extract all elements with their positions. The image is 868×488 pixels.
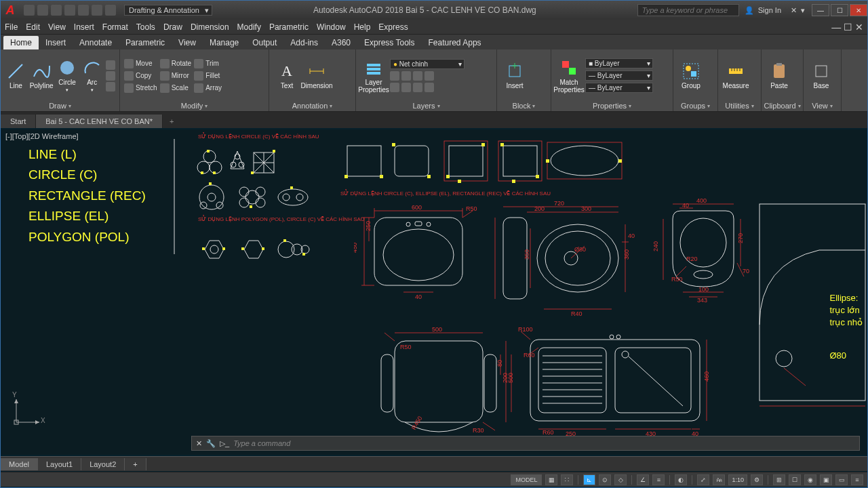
menu-format[interactable]: Format — [102, 22, 128, 32]
hatch-icon[interactable] — [106, 82, 115, 92]
status-scale[interactable]: 1:10 — [728, 474, 747, 485]
status-osnap-icon[interactable]: ◇ — [614, 474, 627, 485]
panel-title-utilities[interactable]: Utilities — [722, 100, 757, 111]
status-lwt-icon[interactable]: ≡ — [652, 474, 665, 485]
layfrz-icon[interactable] — [413, 71, 422, 81]
tab-annotate[interactable]: Annotate — [73, 36, 119, 49]
linetype-dropdown[interactable]: — ByLayer — [585, 83, 653, 93]
drawing-area[interactable]: [-][Top][2D Wireframe] LINE (L) CIRCLE (… — [1, 129, 867, 455]
minimize-button[interactable]: — — [812, 4, 829, 16]
menu-help[interactable]: Help — [354, 22, 371, 32]
tool-polyline[interactable]: Polyline — [30, 62, 54, 89]
app-logo[interactable]: A — [1, 1, 20, 20]
filetab-start[interactable]: Start — [1, 115, 36, 128]
menu-tools[interactable]: Tools — [136, 22, 155, 32]
status-iso-icon[interactable]: ▣ — [820, 474, 832, 485]
panel-title-view[interactable]: View — [808, 100, 837, 111]
qat-redo-icon[interactable] — [105, 5, 116, 16]
panel-title-layers[interactable]: Layers — [360, 100, 492, 111]
menu-file[interactable]: File — [5, 22, 18, 32]
status-polar-icon[interactable]: ⊙ — [599, 474, 611, 485]
panel-title-clipboard[interactable]: Clipboard — [766, 100, 799, 111]
layout-model[interactable]: Model — [1, 458, 38, 470]
maximize-button[interactable]: ☐ — [831, 4, 848, 16]
status-ortho-icon[interactable]: ⊾ — [583, 474, 595, 485]
status-max-icon[interactable]: ☐ — [789, 474, 801, 485]
status-hw-icon[interactable]: ◉ — [804, 474, 816, 485]
tool-insert-block[interactable]: Insert — [501, 62, 528, 89]
menu-express[interactable]: Express — [378, 22, 408, 32]
menu-draw[interactable]: Draw — [163, 22, 182, 32]
panel-title-modify[interactable]: Modify — [124, 100, 264, 111]
laymch-icon[interactable] — [390, 83, 399, 92]
cmdline-config-icon[interactable]: 🔧 — [206, 439, 216, 448]
status-annovis-icon[interactable]: 🗛 — [713, 474, 725, 485]
layout-add[interactable]: + — [125, 458, 146, 470]
rect-icon[interactable] — [106, 60, 115, 70]
qat-plot-icon[interactable] — [78, 5, 89, 16]
menu-dimension[interactable]: Dimension — [191, 22, 229, 32]
status-transparency-icon[interactable]: ◐ — [675, 474, 687, 485]
layer-dropdown[interactable]: ● Net chinh — [390, 59, 465, 69]
status-clean-icon[interactable]: ▭ — [835, 474, 848, 485]
tab-output[interactable]: Output — [245, 36, 283, 49]
panel-title-annotation[interactable]: Annotation — [273, 100, 351, 111]
menu-parametric[interactable]: Parametric — [269, 22, 309, 32]
array-icon[interactable] — [194, 83, 203, 93]
qat-open-icon[interactable] — [37, 5, 48, 16]
tab-view[interactable]: View — [172, 36, 203, 49]
tool-match-properties[interactable]: Match Properties — [555, 58, 583, 94]
tab-parametric[interactable]: Parametric — [119, 36, 172, 49]
layoff-icon[interactable] — [390, 71, 399, 81]
tab-addins[interactable]: Add-ins — [283, 36, 325, 49]
rotate-icon[interactable] — [160, 59, 170, 68]
tool-arc[interactable]: Arc▾ — [81, 58, 103, 93]
tool-line[interactable]: Line — [5, 62, 27, 89]
filetab-new[interactable]: + — [163, 115, 180, 128]
tab-express[interactable]: Express Tools — [357, 36, 421, 49]
status-otrack-icon[interactable]: ∠ — [637, 474, 649, 485]
scale-icon[interactable] — [160, 83, 170, 93]
layout-1[interactable]: Layout1 — [38, 458, 81, 470]
qat-save-icon[interactable] — [51, 5, 62, 16]
status-grid-icon[interactable]: ▦ — [545, 474, 557, 485]
quick-access-toolbar[interactable] — [20, 5, 120, 16]
command-line[interactable]: ✕ 🔧 ▷_ Type a command — [191, 436, 860, 451]
layiso-icon[interactable] — [401, 71, 411, 81]
tab-insert[interactable]: Insert — [39, 36, 73, 49]
tool-measure[interactable]: Measure — [722, 62, 749, 89]
status-custom-icon[interactable]: ≡ — [851, 474, 863, 485]
tool-group[interactable]: Group — [677, 62, 705, 89]
cmdline-close-icon[interactable]: ✕ — [196, 439, 202, 448]
laylck-icon[interactable] — [425, 71, 434, 81]
qat-new-icon[interactable] — [24, 5, 35, 16]
mirror-icon[interactable] — [160, 71, 170, 81]
view-label[interactable]: [-][Top][2D Wireframe] — [5, 132, 79, 140]
tab-featured[interactable]: Featured Apps — [422, 36, 488, 49]
panel-title-draw[interactable]: Draw — [5, 100, 115, 111]
status-ws-icon[interactable]: ⊞ — [773, 474, 785, 485]
trim-icon[interactable] — [194, 59, 203, 68]
tool-paste[interactable]: Paste — [766, 62, 793, 89]
cmdline-input[interactable]: Type a command — [233, 439, 290, 447]
help-icon[interactable]: ▾ — [801, 6, 805, 15]
qat-saveas-icon[interactable] — [64, 5, 75, 16]
panel-title-groups[interactable]: Groups — [677, 100, 713, 111]
exchange-icon[interactable]: ✕ — [791, 6, 797, 15]
fillet-icon[interactable] — [194, 71, 203, 81]
status-gear-icon[interactable]: ⚙ — [751, 474, 763, 485]
laycur-icon[interactable] — [413, 83, 422, 92]
filetab-current[interactable]: Bai 5 - CAC LENH VE CO BAN* — [36, 115, 163, 128]
layprev-icon[interactable] — [401, 83, 411, 92]
layout-2[interactable]: Layout2 — [81, 458, 125, 470]
status-snap-icon[interactable]: ⸬ — [561, 474, 573, 485]
ellipse-icon[interactable] — [106, 71, 115, 81]
tab-home[interactable]: Home — [3, 36, 39, 49]
status-annoscale-icon[interactable]: ⤢ — [697, 474, 709, 485]
panel-title-block[interactable]: Block — [501, 100, 547, 111]
close-button[interactable]: ✕ — [850, 4, 867, 16]
tool-dimension[interactable]: Dimension — [303, 62, 330, 89]
tab-a360[interactable]: A360 — [325, 36, 357, 49]
tool-base[interactable]: Base — [808, 62, 835, 89]
color-dropdown[interactable]: ■ ByLayer — [585, 58, 653, 68]
